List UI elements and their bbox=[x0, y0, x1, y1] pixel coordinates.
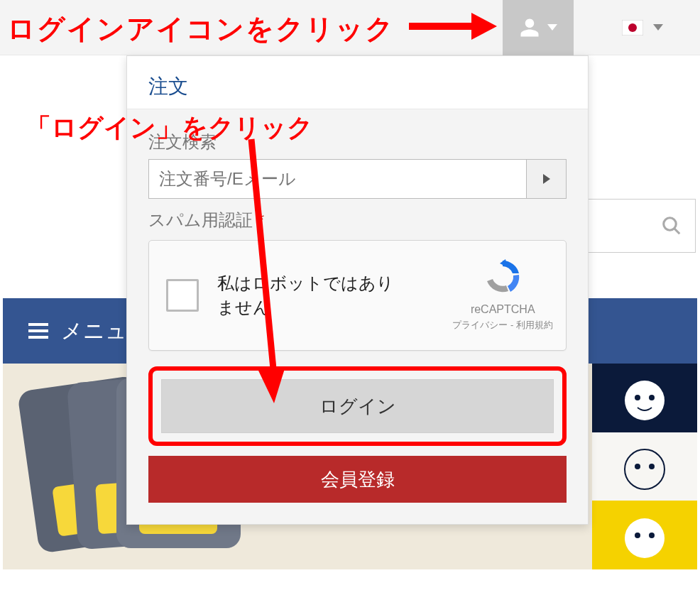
recaptcha-privacy-link[interactable]: プライバシー bbox=[452, 320, 508, 330]
top-bar: ログインアイコンをクリック bbox=[0, 0, 700, 55]
product-thumbnail-3[interactable] bbox=[592, 501, 697, 569]
mascot-icon bbox=[616, 507, 673, 564]
product-thumbnail-2[interactable] bbox=[592, 432, 697, 501]
mascot-icon bbox=[616, 369, 673, 426]
hamburger-icon bbox=[28, 322, 48, 339]
svg-point-28 bbox=[625, 518, 665, 558]
recaptcha-icon bbox=[480, 256, 525, 298]
product-thumbnail-1[interactable] bbox=[592, 364, 697, 432]
svg-point-24 bbox=[649, 395, 655, 400]
login-user-button[interactable] bbox=[503, 0, 574, 55]
svg-point-22 bbox=[625, 381, 665, 420]
svg-line-11 bbox=[674, 229, 680, 234]
instruction-click-login-icon: ログインアイコンをクリック bbox=[7, 10, 395, 48]
svg-marker-2 bbox=[547, 24, 557, 31]
language-selector[interactable] bbox=[607, 0, 678, 55]
recaptcha-brand: reCAPTCHA プライバシー - 利用規約 bbox=[452, 256, 553, 332]
captcha-label: スパム用認証 * bbox=[148, 209, 567, 231]
chevron-down-icon bbox=[547, 24, 557, 31]
order-search-submit-button[interactable] bbox=[527, 159, 567, 199]
order-search-input[interactable] bbox=[148, 159, 527, 199]
mascot-icon bbox=[616, 438, 673, 495]
svg-rect-13 bbox=[28, 329, 48, 332]
user-icon bbox=[519, 17, 540, 38]
svg-line-8 bbox=[251, 139, 274, 376]
svg-point-30 bbox=[649, 533, 655, 538]
menu-button[interactable]: メニュ bbox=[28, 317, 127, 346]
recaptcha-terms-link[interactable]: 利用規約 bbox=[516, 320, 553, 330]
svg-marker-9 bbox=[258, 366, 285, 403]
svg-point-4 bbox=[628, 23, 637, 32]
site-search-bar[interactable] bbox=[588, 199, 696, 253]
register-button[interactable]: 会員登録 bbox=[148, 456, 567, 503]
svg-point-23 bbox=[635, 395, 640, 400]
svg-point-29 bbox=[635, 533, 640, 538]
recaptcha-widget: 私はロボットではありません reCAPTCHA プライバシー - 利用規約 bbox=[148, 240, 567, 351]
instruction-arrow-1-icon bbox=[406, 9, 498, 44]
svg-point-25 bbox=[625, 449, 665, 489]
svg-point-27 bbox=[649, 464, 655, 469]
svg-rect-12 bbox=[28, 323, 48, 326]
login-button-highlight: ログイン bbox=[148, 366, 567, 446]
svg-marker-1 bbox=[471, 13, 497, 40]
chevron-down-icon bbox=[653, 24, 663, 31]
svg-marker-6 bbox=[543, 174, 550, 184]
japan-flag-icon bbox=[622, 20, 643, 36]
menu-label: メニュ bbox=[61, 317, 127, 346]
recaptcha-brand-name: reCAPTCHA bbox=[452, 303, 553, 316]
svg-rect-14 bbox=[28, 336, 48, 339]
svg-point-10 bbox=[664, 218, 677, 231]
search-icon bbox=[661, 215, 682, 236]
login-button[interactable]: ログイン bbox=[161, 379, 554, 433]
svg-marker-5 bbox=[653, 24, 663, 31]
triangle-right-icon bbox=[542, 173, 552, 185]
recaptcha-checkbox[interactable] bbox=[166, 279, 199, 312]
svg-point-26 bbox=[635, 464, 640, 469]
instruction-arrow-2-icon bbox=[243, 135, 292, 412]
orders-link[interactable]: 注文 bbox=[127, 56, 588, 109]
